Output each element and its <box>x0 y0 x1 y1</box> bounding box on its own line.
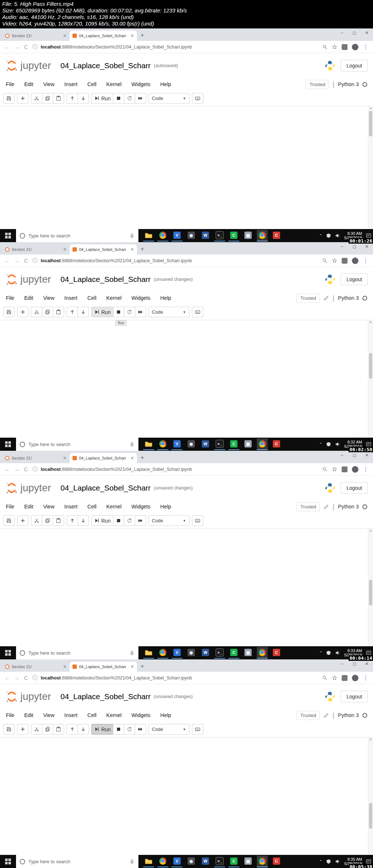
menu-edit[interactable]: Edit <box>24 295 33 301</box>
action-center-icon[interactable] <box>366 859 372 864</box>
add-cell-button[interactable] <box>17 307 28 317</box>
bookmark-star-icon[interactable] <box>332 675 337 681</box>
browser-menu-icon[interactable]: ⋮ <box>363 674 369 681</box>
logout-button[interactable]: Logout <box>341 60 368 71</box>
cell-type-dropdown[interactable]: Code▼ <box>149 724 189 735</box>
taskbar-chrome-icon[interactable] <box>157 647 168 659</box>
menu-file[interactable]: File <box>6 81 14 87</box>
menu-cell[interactable]: Cell <box>87 712 97 718</box>
command-palette-button[interactable] <box>192 515 203 526</box>
extension-icon[interactable] <box>342 675 348 681</box>
bookmark-star-icon[interactable] <box>332 466 337 472</box>
cell-type-dropdown[interactable]: Code▼ <box>149 307 189 317</box>
menu-insert[interactable]: Insert <box>64 712 78 718</box>
taskbar-chrome-active-icon[interactable] <box>257 230 268 241</box>
taskbar-chrome-active-icon[interactable] <box>257 856 268 867</box>
reload-icon[interactable]: C <box>24 44 28 50</box>
tab-section21[interactable]: Section 21/ ✕ <box>2 662 70 672</box>
start-button[interactable] <box>0 646 16 659</box>
menu-edit[interactable]: Edit <box>24 504 33 509</box>
copy-cell-button[interactable] <box>42 724 53 735</box>
cell-type-dropdown[interactable]: Code▼ <box>149 515 189 526</box>
menu-view[interactable]: View <box>43 81 54 87</box>
tab-close-icon[interactable]: ✕ <box>63 33 67 38</box>
restart-run-all-button[interactable] <box>135 724 146 735</box>
browser-menu-icon[interactable]: ⋮ <box>363 43 369 50</box>
menu-widgets[interactable]: Widgets <box>131 712 150 718</box>
command-palette-button[interactable] <box>192 307 203 317</box>
info-icon[interactable]: ⓘ <box>32 674 38 681</box>
zoom-icon[interactable] <box>322 258 327 263</box>
logout-button[interactable]: Logout <box>341 482 368 494</box>
tab-close-icon[interactable]: ✕ <box>130 456 134 461</box>
zoom-icon[interactable] <box>322 44 327 50</box>
menu-cell[interactable]: Cell <box>87 81 97 87</box>
browser-menu-icon[interactable]: ⋮ <box>363 257 369 264</box>
tab-section21[interactable]: Section 21/ ✕ <box>2 244 70 255</box>
forward-icon[interactable]: → <box>14 44 20 50</box>
forward-icon[interactable]: → <box>14 675 20 681</box>
taskbar-file-explorer-icon[interactable] <box>143 647 154 659</box>
taskbar-word-icon[interactable]: W <box>200 647 211 659</box>
menu-kernel[interactable]: Kernel <box>106 81 122 87</box>
taskbar-terminal-icon[interactable]: >_ <box>214 438 225 450</box>
tray-chevron-icon[interactable]: ⌃ <box>319 233 322 238</box>
tray-speaker-icon[interactable] <box>335 650 341 656</box>
info-icon[interactable]: ⓘ <box>32 466 38 473</box>
reload-icon[interactable]: C <box>24 466 28 472</box>
tray-shield-icon[interactable] <box>326 233 331 238</box>
restart-run-all-button[interactable] <box>135 93 146 104</box>
profile-avatar[interactable] <box>352 675 358 681</box>
taskbar-word-icon[interactable]: W <box>200 438 211 450</box>
move-cell-down-button[interactable] <box>78 307 89 317</box>
zoom-icon[interactable] <box>322 675 327 681</box>
tray-speaker-icon[interactable] <box>335 859 341 864</box>
tab-notebook[interactable]: 04_Laplace_Sobel_Scharr ✕ <box>70 244 137 255</box>
taskbar-vscode-icon[interactable]: V <box>172 647 182 659</box>
copy-cell-button[interactable] <box>42 93 53 104</box>
tray-shield-icon[interactable] <box>326 650 331 655</box>
move-cell-up-button[interactable] <box>67 93 78 104</box>
forward-icon[interactable]: → <box>14 257 20 264</box>
restart-kernel-button[interactable] <box>124 515 135 526</box>
taskbar-file-explorer-icon[interactable] <box>143 230 154 241</box>
mic-icon[interactable] <box>129 442 135 447</box>
taskbar-search[interactable]: Type here to search <box>16 646 138 659</box>
start-button[interactable] <box>0 438 16 451</box>
taskbar-camera-icon[interactable]: ◉ <box>186 438 197 450</box>
tray-speaker-icon[interactable] <box>335 441 341 447</box>
back-icon[interactable]: ← <box>4 675 10 681</box>
save-button[interactable] <box>3 515 15 526</box>
taskbar-search[interactable]: Type here to search <box>16 229 138 242</box>
restart-run-all-button[interactable] <box>135 307 146 317</box>
restart-kernel-button[interactable] <box>124 93 135 104</box>
tab-close-icon[interactable]: ✕ <box>130 33 134 38</box>
restart-kernel-button[interactable] <box>124 307 135 317</box>
tab-notebook[interactable]: 04_Laplace_Sobel_Scharr ✕ <box>70 662 137 672</box>
window-minimize-button[interactable]: – <box>336 659 348 668</box>
address-field[interactable]: ⓘ localhost:8888/notebooks/Section%2021/… <box>32 674 318 681</box>
taskbar-recorder-icon[interactable]: C <box>271 230 282 241</box>
window-minimize-button[interactable]: – <box>336 28 348 37</box>
new-tab-button[interactable]: + <box>141 246 144 252</box>
add-cell-button[interactable] <box>17 93 28 104</box>
menu-edit[interactable]: Edit <box>24 712 33 718</box>
tab-section21[interactable]: Section 21/ ✕ <box>2 31 70 41</box>
tab-section21[interactable]: Section 21/ ✕ <box>2 453 70 463</box>
scrollbar[interactable]: ▲ <box>368 737 373 855</box>
menu-help[interactable]: Help <box>160 504 171 509</box>
scrollbar[interactable]: ▲ <box>368 106 373 229</box>
menu-help[interactable]: Help <box>160 295 171 301</box>
browser-menu-icon[interactable]: ⋮ <box>363 466 369 473</box>
taskbar-camera-icon[interactable]: ◉ <box>186 856 197 867</box>
taskbar-terminal-icon[interactable]: >_ <box>214 230 225 241</box>
cut-cell-button[interactable] <box>31 93 42 104</box>
tray-speaker-icon[interactable] <box>335 233 341 239</box>
bookmark-star-icon[interactable] <box>332 258 337 263</box>
back-icon[interactable]: ← <box>4 466 10 472</box>
tab-notebook[interactable]: 04_Laplace_Sobel_Scharr ✕ <box>70 31 137 41</box>
forward-icon[interactable]: → <box>14 466 20 472</box>
address-field[interactable]: ⓘ localhost:8888/notebooks/Section%2021/… <box>32 43 318 50</box>
mic-icon[interactable] <box>129 233 135 239</box>
taskbar-recorder-icon[interactable]: C <box>271 647 282 659</box>
